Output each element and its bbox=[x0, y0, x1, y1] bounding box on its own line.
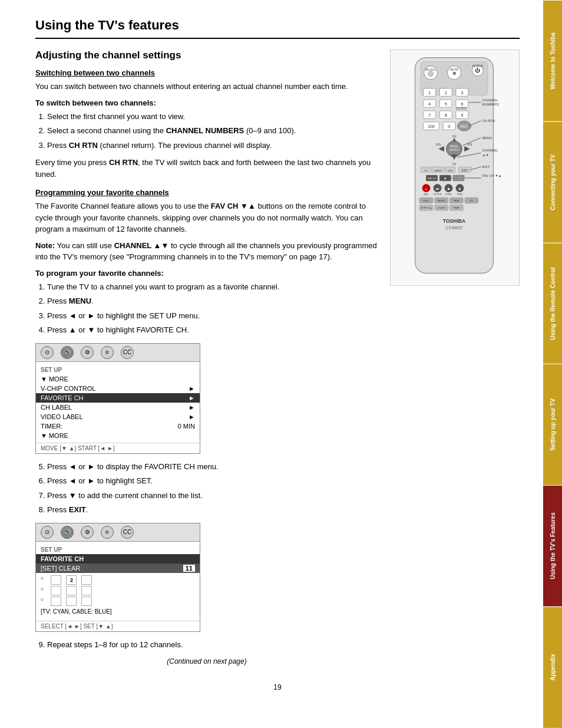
svg-text:TV/VCR: TV/VCR bbox=[434, 193, 442, 196]
menu2-fav-header: FAVORITE CH bbox=[36, 554, 200, 564]
subsection2-steps: Tune the TV to a channel you want to pro… bbox=[47, 281, 378, 336]
menu-row-more1: ▼ MORE bbox=[36, 374, 200, 384]
menu-header-2: ⊙ 🔊 ⚙ ≡ CC bbox=[36, 523, 200, 542]
page-number: 19 bbox=[35, 683, 520, 691]
svg-text:CH: CH bbox=[452, 135, 457, 138]
menu-icon-5: CC bbox=[121, 346, 134, 359]
text-column: Adjusting the channel settings Switching… bbox=[35, 50, 378, 671]
menu2-icon-3: ⚙ bbox=[81, 526, 94, 539]
svg-text:FAV CH: FAV CH bbox=[428, 177, 436, 180]
ch-cell-7 bbox=[51, 597, 61, 606]
svg-text:⏹: ⏹ bbox=[447, 187, 450, 190]
svg-text:VOL: VOL bbox=[436, 143, 442, 146]
svg-text:CH RTN: CH RTN bbox=[456, 107, 467, 110]
svg-text:6: 6 bbox=[461, 101, 463, 107]
svg-text:FF: FF bbox=[470, 200, 473, 202]
menu2-icon-1: ⊙ bbox=[41, 526, 54, 539]
step2-8: Press EXIT. bbox=[47, 504, 378, 516]
step1-3: Press CH RTN (channel return). The previ… bbox=[47, 140, 378, 151]
step2-9: Repeat steps 1–8 for up to 12 channels. bbox=[47, 639, 378, 651]
menu-icon-1: ⊙ bbox=[41, 346, 54, 359]
tab-features[interactable]: Using the TV's Features bbox=[543, 485, 562, 607]
subsection2-title: Programming your favorite channels bbox=[35, 188, 378, 197]
svg-text:8: 8 bbox=[445, 113, 447, 118]
tab-remote[interactable]: Using the Remote Control bbox=[543, 243, 562, 364]
svg-text:VOL: VOL bbox=[467, 143, 473, 146]
steps-5-8: Press ◄ or ► to display the FAVORITE CH … bbox=[47, 461, 378, 516]
section-title: Adjusting the channel settings bbox=[35, 50, 378, 61]
svg-text:0: 0 bbox=[448, 124, 450, 129]
svg-text:9: 9 bbox=[461, 113, 463, 118]
svg-text:2: 2 bbox=[445, 90, 447, 95]
svg-text:100: 100 bbox=[428, 124, 435, 129]
svg-text:CHANNEL: CHANNEL bbox=[482, 149, 498, 152]
step2-6: Press ◄ or ► to highlight SET. bbox=[47, 475, 378, 487]
subsection1-bold-label: To switch between two channels: bbox=[35, 98, 378, 107]
menu-footer-2: SELECT [◄ ►] SET [▼ ▲] bbox=[36, 621, 200, 631]
svg-text:EXIT: EXIT bbox=[462, 169, 468, 172]
svg-text:NUMBERS: NUMBERS bbox=[482, 103, 500, 106]
step2-7: Press ▼ to add the current channel to th… bbox=[47, 490, 378, 502]
channel-row-2: ○ bbox=[41, 586, 195, 595]
svg-text:ENTER: ENTER bbox=[449, 149, 459, 151]
svg-text:CH: CH bbox=[452, 163, 457, 166]
menu-row-timer: TIMER:0 MIN bbox=[36, 421, 200, 431]
subsection2-bold-label: To program your favorite channels: bbox=[35, 269, 378, 278]
content-layout: Adjusting the channel settings Switching… bbox=[35, 50, 520, 671]
ch-cell-5 bbox=[66, 586, 77, 595]
menu-content-1: SET UP ▼ MORE V-CHIP CONTROL► FAVORITE C… bbox=[36, 362, 200, 443]
svg-text:LOCATE: LOCATE bbox=[437, 207, 446, 209]
svg-text:⏮: ⏮ bbox=[436, 187, 439, 190]
svg-text:CABLE: CABLE bbox=[434, 170, 442, 172]
step2-2: Press MENU. bbox=[47, 295, 378, 307]
menu2-set-clear: [SET] CLEAR 11 bbox=[36, 564, 200, 573]
subsection1-steps: Select the first channel you want to vie… bbox=[47, 111, 378, 151]
tab-welcome[interactable]: Welcome to Toshiba bbox=[543, 0, 562, 121]
svg-text:●: ● bbox=[425, 187, 427, 190]
svg-text:PLAY: PLAY bbox=[457, 193, 463, 196]
menu-header: ⊙ 🔊 ⚙ ≡ CC bbox=[36, 344, 200, 362]
svg-text:TOSHIBA: TOSHIBA bbox=[443, 218, 465, 224]
menu-row-more2: ▼ MORE bbox=[36, 431, 200, 440]
remote-control-image: RECALL MUTE ⊗ POWER ⏻ 1 2 3 bbox=[390, 50, 520, 286]
ch-cell-3 bbox=[81, 575, 92, 585]
svg-text:ENT: ENT bbox=[460, 124, 468, 129]
tab-connecting[interactable]: Connecting your TV bbox=[543, 121, 562, 243]
page-title: Using the TV's features bbox=[35, 18, 520, 39]
continued-text: (Continued on next page) bbox=[35, 656, 378, 667]
ch-cell-9 bbox=[81, 597, 92, 606]
step1-1: Select the first channel you want to vie… bbox=[47, 111, 378, 123]
ch-cell-6 bbox=[81, 586, 92, 595]
menu-screenshot-2: ⊙ 🔊 ⚙ ≡ CC SET UP FAVORITE CH [SET] CLEA… bbox=[35, 523, 200, 632]
menu2-label-setup: SET UP bbox=[36, 544, 200, 554]
step1-2: Select a second channel using the CHANNE… bbox=[47, 125, 378, 137]
subsection1-title: Switching between two channels bbox=[35, 68, 378, 77]
step9-list: Repeat steps 1–8 for up to 12 channels. bbox=[47, 639, 378, 651]
svg-text:REW: REW bbox=[454, 200, 459, 202]
menu-row-chlabel: CH LABEL► bbox=[36, 403, 200, 412]
svg-text:5: 5 bbox=[445, 101, 447, 107]
channel-grid: ○ 2 ○ ○ bbox=[36, 573, 200, 618]
svg-text:CT-90037: CT-90037 bbox=[445, 226, 462, 230]
subsection1-note: Every time you press CH RTN, the TV will… bbox=[35, 157, 378, 180]
svg-text:▲▼: ▲▼ bbox=[482, 153, 489, 157]
step2-5: Press ◄ or ► to display the FAVORITE CH … bbox=[47, 461, 378, 473]
svg-text:TV: TV bbox=[424, 170, 427, 172]
svg-text:⏻: ⏻ bbox=[475, 67, 480, 73]
svg-text:STOP: STOP bbox=[445, 193, 452, 196]
menu-footer-1: MOVE [▼ ▲] START [◄ ►] bbox=[36, 443, 200, 453]
subsection2-note: Note: You can still use CHANNEL ▲▼ to cy… bbox=[35, 240, 378, 263]
ch-cell-1 bbox=[51, 575, 61, 585]
svg-text:SWAP: SWAP bbox=[453, 207, 460, 209]
menu-icon-2: 🔊 bbox=[61, 346, 74, 359]
tab-appendix[interactable]: Appendix bbox=[543, 607, 562, 728]
menu2-icon-5: CC bbox=[121, 526, 134, 539]
subsection1-intro: You can switch between two channels with… bbox=[35, 81, 378, 93]
menu-row-vchip: V-CHIP CONTROL► bbox=[36, 384, 200, 393]
svg-point-4 bbox=[428, 71, 434, 77]
step2-4: Press ▲ or ▼ to highlight FAVORITE CH. bbox=[47, 324, 378, 336]
tab-setting[interactable]: Setting up your TV bbox=[543, 364, 562, 485]
menu-icon-4: ≡ bbox=[101, 346, 114, 359]
menu2-tv-cable-label: [TV: CYAN, CABLE: BLUE] bbox=[41, 607, 195, 616]
step2-1: Tune the TV to a channel you want to pro… bbox=[47, 281, 378, 293]
